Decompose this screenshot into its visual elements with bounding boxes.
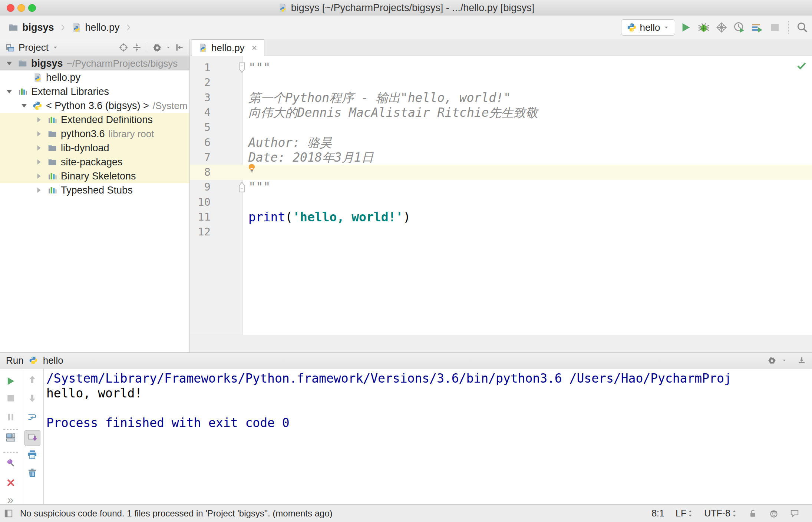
editor-line[interactable]: 向伟大的Dennis MacAlistair Ritchie先生致敬 xyxy=(248,105,538,120)
breadcrumb-item-bigsys[interactable]: bigsys xyxy=(8,22,54,33)
pyfile-icon xyxy=(33,73,42,82)
zoom-window-button[interactable] xyxy=(28,4,36,12)
tree-item-typeshed-stubs[interactable]: Typeshed Stubs xyxy=(0,183,189,197)
stop-button[interactable] xyxy=(769,22,781,33)
chevron-down-icon[interactable] xyxy=(52,44,58,50)
fold-end-marker[interactable] xyxy=(238,181,246,193)
tree-item-bigsys[interactable]: bigsys~/PycharmProjects/bigsys xyxy=(0,56,189,70)
tree-item-label: Extended Definitions xyxy=(61,114,153,126)
pause-button[interactable] xyxy=(6,412,16,422)
tree-item-label: lib-dynload xyxy=(61,142,109,154)
settings-gear-button[interactable] xyxy=(152,43,162,52)
tree-collapsed-icon[interactable] xyxy=(34,129,44,139)
breadcrumb-label: hello.py xyxy=(85,22,120,33)
editor-line[interactable]: """ xyxy=(248,60,271,75)
tab-label: hello.py xyxy=(211,42,245,54)
code-editor[interactable]: 1"""23第一个Python程序 - 输出"hello, world!"4向伟… xyxy=(190,56,812,335)
project-tree: bigsys~/PycharmProjects/bigsyshello.pyEx… xyxy=(0,56,190,352)
layout-button[interactable] xyxy=(6,432,16,443)
tree-item-external-libraries[interactable]: External Libraries xyxy=(0,85,189,99)
tree-item-lib-dynload[interactable]: lib-dynload xyxy=(0,141,189,155)
caret-line-highlight xyxy=(190,165,812,180)
breadcrumb-item-hello-py[interactable]: hello.py xyxy=(71,22,120,33)
tree-item-label: Binary Skeletons xyxy=(61,171,136,182)
up-button[interactable] xyxy=(27,374,37,385)
tree-item-python3-6[interactable]: python3.6library root xyxy=(0,127,189,141)
editor-line[interactable]: Author: 骆昊 xyxy=(248,135,332,150)
close-window-button[interactable] xyxy=(7,4,14,12)
locate-file-button[interactable] xyxy=(119,43,128,52)
scrollend-button[interactable] xyxy=(27,432,37,443)
run-console[interactable]: /System/Library/Frameworks/Python.framew… xyxy=(44,369,812,504)
close-button[interactable] xyxy=(6,478,16,488)
toolbar-separator xyxy=(147,42,147,53)
tree-item-label: Typeshed Stubs xyxy=(61,185,133,196)
run-config-name[interactable]: hello xyxy=(43,355,63,366)
editor-line[interactable]: print('hello, world!') xyxy=(248,209,410,225)
minimize-window-button[interactable] xyxy=(17,4,25,12)
readonly-lock-icon[interactable] xyxy=(748,509,758,518)
run-toolwindow-title[interactable]: Run xyxy=(6,355,24,366)
tree-item--python-3-6-bigsys-[interactable]: < Python 3.6 (bigsys) >/System xyxy=(0,99,189,113)
search-everywhere-button[interactable] xyxy=(796,22,808,33)
line-separator-widget[interactable]: LF xyxy=(676,508,693,519)
caret-position-widget[interactable]: 8:1 xyxy=(651,508,664,519)
close-tab-icon[interactable] xyxy=(251,44,258,52)
run-button[interactable] xyxy=(680,22,692,33)
fold-start-marker[interactable] xyxy=(238,62,246,73)
run-toolwindow-body: » /System/Library/Frameworks/Python.fram… xyxy=(0,369,812,504)
project-toolwindow-icon xyxy=(5,43,15,52)
tree-expanded-icon[interactable] xyxy=(4,87,14,96)
tree-item-extended-definitions[interactable]: Extended Definitions xyxy=(0,113,189,127)
rerun-button[interactable] xyxy=(6,376,16,386)
event-log-bubble-icon[interactable] xyxy=(790,509,799,518)
tree-collapsed-icon[interactable] xyxy=(34,115,44,125)
editor-horizontal-scrollbar[interactable] xyxy=(190,335,812,352)
editor-line[interactable]: """ xyxy=(248,179,271,195)
tree-collapsed-icon[interactable] xyxy=(34,185,44,195)
run-toolbar-inner xyxy=(21,369,44,504)
printer-button[interactable] xyxy=(27,449,37,460)
softwrap-button[interactable] xyxy=(27,412,37,422)
down-button[interactable] xyxy=(27,393,37,403)
line-number: 4 xyxy=(190,105,211,120)
toolbar-separator xyxy=(3,429,18,430)
tree-item-hello-py[interactable]: hello.py xyxy=(0,70,189,85)
collapse-all-button[interactable] xyxy=(132,43,142,52)
tree-item-site-packages[interactable]: site-packages xyxy=(0,155,189,169)
toolbar-separator xyxy=(788,21,789,34)
hide-toolwindow-button[interactable] xyxy=(797,356,806,365)
editor-line[interactable]: Date: 2018年3月1日 xyxy=(248,150,373,165)
project-toolwindow-title[interactable]: Project xyxy=(19,42,49,53)
tree-collapsed-icon[interactable] xyxy=(34,157,44,167)
project-toolwindow-header: Project xyxy=(0,39,190,56)
pin-button[interactable] xyxy=(6,457,16,468)
settings-gear-button[interactable] xyxy=(768,356,776,365)
stop-button[interactable] xyxy=(6,393,16,403)
line-number: 5 xyxy=(190,120,211,135)
tree-expanded-icon[interactable] xyxy=(4,59,14,68)
trash-button[interactable] xyxy=(27,468,37,478)
code-segment: print xyxy=(248,210,285,224)
breadcrumb: bigsys hello.py xyxy=(8,16,132,39)
line-number: 9 xyxy=(190,179,211,195)
tab-hello-py[interactable]: hello.py xyxy=(192,39,264,56)
editor-line[interactable]: 第一个Python程序 - 输出"hello, world!" xyxy=(248,90,511,105)
hide-toolwindow-button[interactable] xyxy=(175,43,184,52)
intention-bulb-icon[interactable] xyxy=(246,162,257,174)
code-segment: """ xyxy=(248,180,271,194)
tree-collapsed-icon[interactable] xyxy=(34,143,44,153)
encoding-widget[interactable]: UTF-8 xyxy=(704,508,737,519)
tree-item-binary-skeletons[interactable]: Binary Skeletons xyxy=(0,169,189,183)
hector-inspections-icon[interactable] xyxy=(769,509,779,518)
run-with-coverage-button[interactable] xyxy=(716,22,727,33)
profile-button[interactable] xyxy=(733,22,745,33)
tree-collapsed-icon[interactable] xyxy=(34,171,44,181)
tree-expanded-icon[interactable] xyxy=(19,101,29,110)
tree-item-suffix: library root xyxy=(109,128,154,140)
window-title: bigsys [~/PycharmProjects/bigsys] - .../… xyxy=(291,2,535,14)
debug-button[interactable] xyxy=(698,22,710,33)
run-configuration-select[interactable]: hello xyxy=(621,19,675,36)
concurrency-diagram-button[interactable] xyxy=(751,22,763,33)
toolwindow-switcher-icon[interactable] xyxy=(4,509,13,518)
